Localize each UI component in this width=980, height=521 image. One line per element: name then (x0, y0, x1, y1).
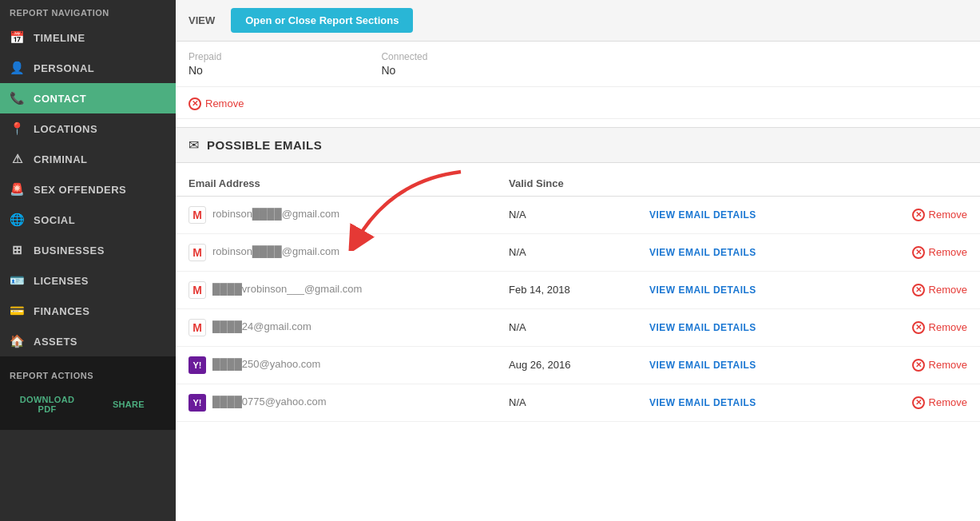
download-pdf-button[interactable]: DOWNLOAD PDF (6, 388, 88, 420)
remove-label: Remove (929, 359, 967, 371)
share-button[interactable]: SHARE (88, 388, 169, 420)
remove-label: Remove (929, 246, 967, 258)
email-address: ████24@gmail.com (212, 320, 311, 332)
remove-email-btn[interactable]: ✕ Remove (863, 209, 967, 221)
remove-email-btn[interactable]: ✕ Remove (863, 246, 967, 259)
col-valid-header: Valid Since (496, 171, 637, 197)
sidebar-item-assets[interactable]: 🏠 ASSETS (0, 326, 176, 356)
email-cell-1: Mrobinson████@gmail.com (176, 233, 496, 271)
col-actions-header (637, 171, 850, 197)
remove-email-btn[interactable]: ✕ Remove (863, 284, 967, 296)
gmail-icon: M (188, 244, 206, 261)
prepaid-value: No (188, 64, 221, 77)
view-label: VIEW (188, 14, 215, 26)
actions-section-label: REPORT ACTIONS (0, 363, 176, 385)
status-row: Prepaid No Connected No (176, 42, 980, 87)
remove-row: ✕ Remove (176, 87, 980, 119)
remove-circle-icon: ✕ (912, 209, 925, 221)
sidebar-item-criminal[interactable]: ⚠ CRIMINAL (0, 144, 176, 174)
valid-since-3: N/A (496, 308, 637, 346)
email-table: Email Address Valid Since Mrobinson████@… (176, 171, 980, 422)
sidebar: REPORT NAVIGATION 📅 TIMELINE 👤 PERSONAL … (0, 0, 176, 521)
prepaid-status: Prepaid No (188, 51, 221, 77)
sidebar-label-contact: CONTACT (34, 93, 86, 105)
remove-circle-icon: ✕ (188, 97, 201, 110)
sidebar-item-licenses[interactable]: 🪪 LICENSES (0, 265, 176, 296)
remove-text: Remove (205, 97, 244, 109)
sidebar-item-social[interactable]: 🌐 SOCIAL (0, 205, 176, 235)
location-icon: 📍 (10, 121, 26, 136)
view-details-cell-3: VIEW EMAIL DETAILS (637, 308, 850, 346)
view-email-details-link[interactable]: VIEW EMAIL DETAILS (649, 247, 756, 258)
open-close-button[interactable]: Open or Close Report Sections (231, 8, 413, 33)
envelope-icon: ✉ (188, 137, 199, 153)
sidebar-item-finances[interactable]: 💳 FINANCES (0, 296, 176, 326)
action-buttons-row: DOWNLOAD PDF SHARE (0, 385, 176, 424)
table-row: Y!████0775@yahoo.comN/AVIEW EMAIL DETAIL… (176, 384, 980, 421)
report-actions-section: REPORT ACTIONS DOWNLOAD PDF SHARE (0, 356, 176, 430)
warning-icon: ⚠ (10, 152, 26, 166)
sidebar-item-locations[interactable]: 📍 LOCATIONS (0, 113, 176, 144)
top-bar: VIEW Open or Close Report Sections (176, 0, 980, 42)
sidebar-label-locations: LOCATIONS (34, 123, 97, 135)
sidebar-item-businesses[interactable]: ⊞ BUSINESSES (0, 235, 176, 265)
remove-label: Remove (929, 209, 967, 221)
possible-emails-header: ✉ POSSIBLE EMAILS (176, 127, 980, 163)
main-content: VIEW Open or Close Report Sections Prepa… (176, 0, 980, 521)
remove-link[interactable]: ✕ Remove (188, 97, 244, 110)
view-details-cell-1: VIEW EMAIL DETAILS (637, 233, 850, 271)
remove-cell-5: ✕ Remove (850, 384, 980, 421)
valid-since-5: N/A (496, 384, 637, 421)
table-row: M████24@gmail.comN/AVIEW EMAIL DETAILS ✕… (176, 308, 980, 346)
remove-label: Remove (929, 396, 967, 408)
sidebar-label-licenses: LICENSES (34, 275, 89, 287)
view-email-details-link[interactable]: VIEW EMAIL DETAILS (649, 397, 756, 408)
yahoo-icon: Y! (188, 356, 206, 374)
remove-email-btn[interactable]: ✕ Remove (863, 396, 967, 409)
email-address: robinson████@gmail.com (212, 208, 339, 220)
view-email-details-link[interactable]: VIEW EMAIL DETAILS (649, 322, 756, 333)
gmail-icon: M (188, 319, 206, 336)
license-icon: 🪪 (10, 273, 26, 288)
remove-email-btn[interactable]: ✕ Remove (863, 359, 967, 372)
sidebar-item-timeline[interactable]: 📅 TIMELINE (0, 22, 176, 53)
remove-cell-1: ✕ Remove (850, 233, 980, 271)
view-details-cell-2: VIEW EMAIL DETAILS (637, 271, 850, 308)
sidebar-label-criminal: CRIMINAL (34, 153, 88, 165)
alert-icon: 🚨 (10, 182, 26, 197)
email-address: ████0775@yahoo.com (212, 396, 327, 408)
valid-since-0: N/A (496, 196, 637, 233)
email-cell-0: Mrobinson████@gmail.com (176, 196, 496, 233)
sidebar-label-timeline: TIMELINE (34, 32, 85, 44)
calendar-icon: 📅 (10, 30, 26, 45)
table-row: M████vrobinson___@gmail.comFeb 14, 2018V… (176, 271, 980, 308)
remove-cell-0: ✕ Remove (850, 196, 980, 233)
sidebar-label-finances: FINANCES (34, 305, 89, 317)
remove-email-btn[interactable]: ✕ Remove (863, 321, 967, 334)
assets-icon: 🏠 (10, 334, 26, 348)
valid-since-1: N/A (496, 233, 637, 271)
view-email-details-link[interactable]: VIEW EMAIL DETAILS (649, 284, 756, 296)
email-address: ████250@yahoo.com (212, 358, 320, 370)
email-address: ████vrobinson___@gmail.com (212, 283, 362, 295)
col-email-header: Email Address (176, 171, 496, 197)
email-table-wrapper: Email Address Valid Since Mrobinson████@… (176, 171, 980, 422)
sidebar-item-contact[interactable]: 📞 CONTACT (0, 83, 176, 113)
sidebar-label-businesses: BUSINESSES (34, 245, 105, 257)
nav-section-label: REPORT NAVIGATION (0, 0, 176, 22)
yahoo-icon: Y! (188, 394, 206, 412)
view-email-details-link[interactable]: VIEW EMAIL DETAILS (649, 360, 756, 371)
view-email-details-link[interactable]: VIEW EMAIL DETAILS (649, 209, 756, 221)
phone-icon: 📞 (10, 91, 26, 105)
grid-icon: ⊞ (10, 243, 26, 257)
connected-status: Connected No (381, 51, 427, 77)
sidebar-item-sex-offenders[interactable]: 🚨 SEX OFFENDERS (0, 174, 176, 205)
email-cell-3: M████24@gmail.com (176, 308, 496, 346)
view-details-cell-5: VIEW EMAIL DETAILS (637, 384, 850, 421)
sidebar-item-personal[interactable]: 👤 PERSONAL (0, 53, 176, 83)
col-remove-header (850, 171, 980, 197)
remove-circle-icon: ✕ (912, 246, 925, 259)
table-row: Mrobinson████@gmail.comN/AVIEW EMAIL DET… (176, 196, 980, 233)
sidebar-label-sex-offenders: SEX OFFENDERS (34, 184, 126, 196)
email-cell-5: Y!████0775@yahoo.com (176, 384, 496, 421)
